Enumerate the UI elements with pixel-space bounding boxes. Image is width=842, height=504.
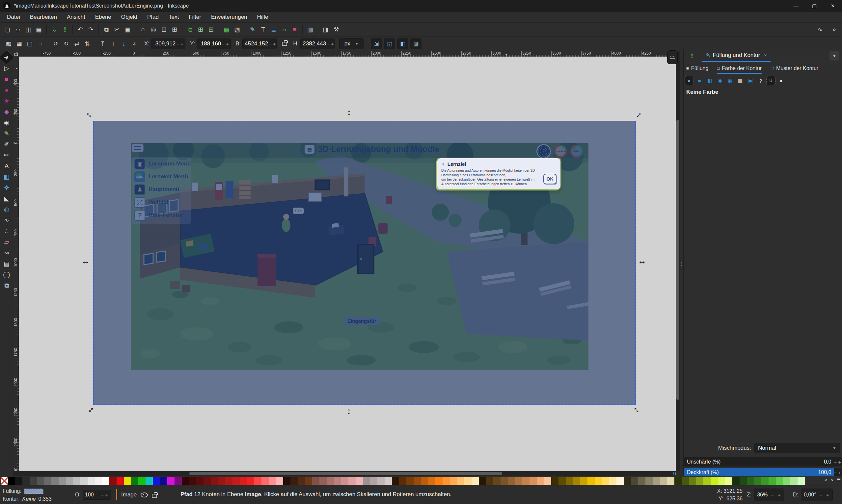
object-opacity-decrement[interactable]: − xyxy=(100,492,104,498)
dock-splitter-handle[interactable]: ⋮ xyxy=(680,51,683,476)
handle-nw[interactable]: ↔ xyxy=(86,110,94,119)
menu-pfad[interactable]: Pfad xyxy=(142,12,164,22)
menu-filter[interactable]: Filter xyxy=(184,12,206,22)
palette-swatch[interactable] xyxy=(450,477,457,485)
palette-swatch[interactable] xyxy=(406,477,414,485)
selector-tool[interactable]: ➤ xyxy=(0,50,14,65)
palette-swatch[interactable] xyxy=(117,477,124,485)
palette-down-icon[interactable]: ∨ xyxy=(830,477,834,482)
palette-swatch[interactable] xyxy=(414,477,421,485)
palette-swatch[interactable] xyxy=(73,477,80,485)
palette-swatch[interactable] xyxy=(486,477,493,485)
opacity-decrement[interactable]: − xyxy=(833,470,837,475)
palette-swatch[interactable] xyxy=(95,477,102,485)
palette-swatch[interactable] xyxy=(638,477,646,485)
palette-swatch[interactable] xyxy=(530,477,537,485)
palette-swatch[interactable] xyxy=(769,477,776,485)
x-decrement[interactable]: − xyxy=(175,41,180,47)
clone-icon[interactable]: ⊞ xyxy=(195,25,206,35)
document-properties-icon[interactable]: ◨ xyxy=(321,25,331,35)
palette-swatch[interactable] xyxy=(196,477,204,485)
palette-swatch[interactable] xyxy=(674,477,682,485)
snap-toggle-icon[interactable]: ∿ xyxy=(815,24,826,34)
horizontal-ruler[interactable]: -750-500-2500250500750100012501500175020… xyxy=(19,51,676,57)
palette-swatch[interactable] xyxy=(247,477,254,485)
palette-swatch[interactable] xyxy=(225,477,233,485)
palette-swatch[interactable] xyxy=(646,477,653,485)
paste-icon[interactable]: ▣ xyxy=(122,25,133,35)
menu-objekt[interactable]: Objekt xyxy=(116,12,142,22)
palette-swatch[interactable] xyxy=(479,477,486,485)
palette-swatch[interactable] xyxy=(667,477,674,485)
swatch-button[interactable]: ▣ xyxy=(746,76,755,85)
y-decrement[interactable]: − xyxy=(221,41,225,47)
palette-swatch[interactable] xyxy=(348,477,356,485)
palette-up-icon[interactable]: ∧ xyxy=(825,477,828,482)
palette-swatch[interactable] xyxy=(276,477,283,485)
palette-swatch[interactable] xyxy=(22,477,30,485)
palette-swatch[interactable] xyxy=(551,477,559,485)
scale-pattern-toggle[interactable]: ▨ xyxy=(410,38,422,49)
dropper-tool[interactable]: ◣ xyxy=(1,194,12,204)
palette-swatch[interactable] xyxy=(356,477,363,485)
import-icon[interactable]: ⇩ xyxy=(49,25,59,35)
palette-swatch[interactable] xyxy=(595,477,602,485)
raise-to-top-icon[interactable]: ⤒ xyxy=(98,38,108,49)
palette-swatch[interactable] xyxy=(631,477,638,485)
handle-sw[interactable]: ↔ xyxy=(86,404,94,413)
pages-tool[interactable]: ⧉ xyxy=(1,280,12,290)
palette-swatch[interactable] xyxy=(689,477,696,485)
palette-swatch[interactable] xyxy=(109,477,117,485)
palette-swatch[interactable] xyxy=(471,477,479,485)
tweak-tool[interactable]: ∿ xyxy=(1,215,12,226)
eraser-tool[interactable]: ▱ xyxy=(1,237,12,247)
palette-swatch[interactable] xyxy=(725,477,732,485)
layer-visibility-eye-icon[interactable] xyxy=(141,492,148,498)
palette-swatch[interactable] xyxy=(51,477,58,485)
palette-swatch[interactable] xyxy=(443,477,450,485)
height-field[interactable]: 2382,443 −+ xyxy=(300,38,334,49)
vertical-scrollbar-thumb[interactable] xyxy=(676,120,679,400)
lock-ratio-icon[interactable] xyxy=(282,42,287,46)
rectangle-tool[interactable]: ■ xyxy=(1,74,12,84)
palette-swatch[interactable] xyxy=(508,477,515,485)
horizontal-scrollbar[interactable] xyxy=(13,471,676,476)
canvas[interactable]: ▦ 3D-Lernumgebung und Moodle ▣Lernraum-M… xyxy=(19,57,676,471)
palette-swatch[interactable] xyxy=(211,477,218,485)
palette-menu-icon[interactable]: ☰ xyxy=(837,477,841,482)
mesh-tool[interactable]: ❖ xyxy=(1,183,12,193)
palette-swatch[interactable] xyxy=(783,477,790,485)
palette-swatch[interactable] xyxy=(138,477,145,485)
palette-swatch[interactable] xyxy=(174,477,182,485)
redo-icon[interactable]: ↷ xyxy=(86,25,96,35)
palette-swatch[interactable] xyxy=(421,477,428,485)
blend-mode-dropdown[interactable]: Normal ▼ xyxy=(754,443,840,453)
no-paint-button[interactable]: × xyxy=(685,76,693,85)
palette-swatch[interactable] xyxy=(254,477,261,485)
menu-erweiterungen[interactable]: Erweiterungen xyxy=(206,12,252,22)
selection-touch-icon[interactable]: ◌ xyxy=(35,38,46,49)
spiral-tool[interactable]: ◉ xyxy=(1,118,12,128)
handle-ne[interactable]: ↔ xyxy=(633,110,642,119)
palette-swatch[interactable] xyxy=(167,477,174,485)
zoom-drawing-icon[interactable]: ◎ xyxy=(148,25,159,35)
palette-swatch[interactable] xyxy=(341,477,348,485)
palette-swatch[interactable] xyxy=(573,477,580,485)
menu-datei[interactable]: Datei xyxy=(2,12,25,22)
layer-lock-icon[interactable] xyxy=(152,494,157,498)
palette-swatch[interactable] xyxy=(15,477,22,485)
palette-swatch[interactable] xyxy=(80,477,88,485)
open-document-icon[interactable]: ▱ xyxy=(13,25,23,35)
y-increment[interactable]: + xyxy=(225,41,229,47)
raise-icon[interactable]: ↑ xyxy=(108,38,119,49)
palette-swatch[interactable] xyxy=(30,477,37,485)
flat-color-button[interactable]: ■ xyxy=(695,76,704,85)
menu-ansicht[interactable]: Ansicht xyxy=(62,12,90,22)
rotation-field[interactable]: 0,00° −+ xyxy=(801,488,833,501)
ellipse-tool[interactable]: ● xyxy=(1,85,12,95)
palette-swatch[interactable] xyxy=(66,477,73,485)
palette-swatch[interactable] xyxy=(283,477,290,485)
preferences-icon[interactable]: ⚒ xyxy=(331,25,342,35)
xml-editor-icon[interactable]: ‹› xyxy=(279,25,289,35)
horizontal-scrollbar-thumb[interactable] xyxy=(189,472,502,475)
